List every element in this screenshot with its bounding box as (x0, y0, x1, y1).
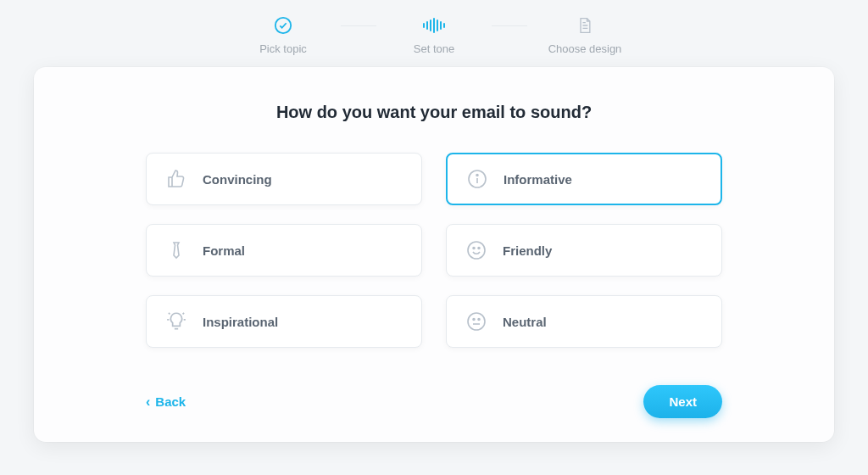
tie-icon (165, 239, 187, 261)
svg-point-6 (468, 313, 485, 330)
svg-point-4 (473, 248, 475, 249)
smile-icon (465, 239, 487, 261)
option-label: Friendly (503, 243, 552, 258)
chevron-left-icon: ‹ (146, 394, 150, 410)
card-footer: ‹ Back Next (146, 385, 722, 418)
option-label: Formal (203, 243, 245, 258)
svg-point-7 (473, 319, 475, 321)
option-label: Informative (504, 172, 572, 187)
info-icon (466, 168, 488, 190)
step-label: Pick topic (259, 42, 307, 55)
svg-point-5 (478, 248, 480, 249)
option-convincing[interactable]: Convincing (146, 153, 422, 205)
step-choose-design: Choose design (542, 15, 627, 55)
option-label: Convincing (203, 172, 272, 187)
svg-point-8 (478, 319, 480, 321)
option-formal[interactable]: Formal (146, 224, 422, 277)
step-set-tone: Set tone (392, 15, 476, 55)
option-informative[interactable]: Informative (446, 153, 722, 205)
document-icon (575, 15, 595, 36)
option-friendly[interactable]: Friendly (446, 224, 722, 277)
step-label: Set tone (414, 42, 454, 55)
back-button[interactable]: ‹ Back (146, 394, 186, 410)
svg-point-2 (476, 175, 478, 176)
back-label: Back (155, 394, 186, 409)
neutral-face-icon (465, 310, 487, 332)
step-divider (492, 25, 527, 27)
step-label: Choose design (548, 42, 622, 55)
tone-options-grid: Convincing Informative Formal (146, 153, 722, 348)
tone-card: How do you want your email to sound? Con… (34, 67, 834, 442)
option-inspirational[interactable]: Inspirational (146, 295, 422, 348)
thumbs-up-icon (165, 168, 187, 190)
step-divider (341, 25, 376, 27)
option-label: Inspirational (203, 315, 278, 329)
lightbulb-icon (165, 310, 187, 332)
option-neutral[interactable]: Neutral (446, 295, 722, 348)
svg-point-3 (468, 242, 485, 259)
waveform-icon (424, 15, 444, 36)
check-circle-icon (273, 15, 293, 36)
step-pick-topic: Pick topic (241, 15, 326, 55)
option-label: Neutral (503, 315, 547, 329)
progress-stepper: Pick topic Set tone Choose design (0, 0, 868, 62)
card-title: How do you want your email to sound? (88, 103, 780, 122)
next-button[interactable]: Next (643, 385, 722, 418)
